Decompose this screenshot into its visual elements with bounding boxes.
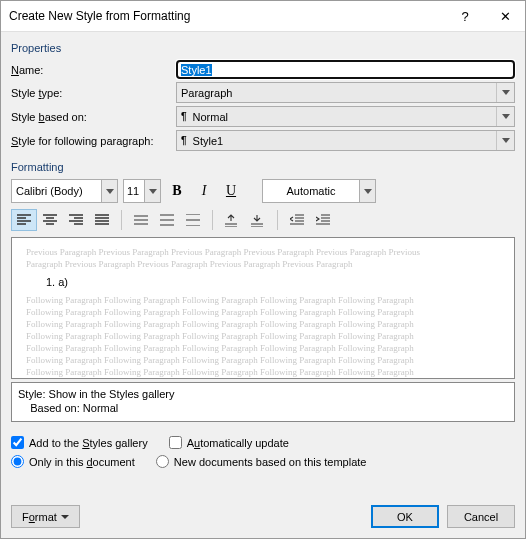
preview-foll-text: Following Paragraph Following Paragraph … — [26, 330, 500, 342]
font-select[interactable]: Calibri (Body) — [11, 179, 118, 203]
only-this-doc-input[interactable] — [11, 455, 24, 468]
description-line: Based on: Normal — [18, 401, 508, 415]
following-text: Style1 — [193, 135, 224, 147]
new-docs-input[interactable] — [156, 455, 169, 468]
titlebar: Create New Style from Formatting ? ✕ — [1, 1, 525, 32]
preview-foll-text: Following Paragraph Following Paragraph … — [26, 318, 500, 330]
close-button[interactable]: ✕ — [485, 1, 525, 31]
line-spacing-icon — [134, 214, 148, 226]
font-size-select[interactable]: 11 — [123, 179, 161, 203]
spacing-2-button[interactable] — [180, 209, 206, 231]
align-justify-icon — [95, 214, 109, 226]
chevron-down-icon — [359, 180, 375, 202]
font-value: Calibri (Body) — [12, 185, 101, 197]
bold-button[interactable]: B — [166, 180, 188, 202]
chevron-down-icon — [144, 180, 160, 202]
chevron-down-icon — [496, 83, 514, 102]
separator — [212, 210, 213, 230]
spacing-1-button[interactable] — [128, 209, 154, 231]
label-name: Name: — [11, 64, 176, 76]
label-style-type: Style type: — [11, 87, 176, 99]
based-on-text: Normal — [193, 111, 228, 123]
style-type-value: Paragraph — [177, 87, 496, 99]
auto-update-input[interactable] — [169, 436, 182, 449]
preview-sample-text: 1. a) — [26, 276, 500, 288]
label-following: Style for following paragraph: — [11, 135, 176, 147]
space-before-inc-button[interactable] — [219, 209, 245, 231]
align-right-button[interactable] — [63, 209, 89, 231]
paragraph-toolbar — [11, 209, 515, 231]
dialog-footer: Format OK Cancel — [1, 495, 525, 538]
underline-button[interactable]: U — [220, 180, 242, 202]
indent-increase-icon — [316, 214, 330, 226]
format-menu-button[interactable]: Format — [11, 505, 80, 528]
based-on-value: ¶Normal — [177, 111, 496, 123]
indent-increase-button[interactable] — [310, 209, 336, 231]
auto-update-checkbox[interactable]: Automatically update — [169, 436, 289, 449]
line-spacing-icon — [186, 214, 200, 226]
font-color-value: Automatic — [263, 185, 359, 197]
preview-foll-text: Following Paragraph Following Paragraph … — [26, 294, 500, 306]
align-left-button[interactable] — [11, 209, 37, 231]
add-to-gallery-checkbox[interactable]: Add to the Styles gallery — [11, 436, 148, 449]
arrow-up-lines-icon — [225, 214, 239, 227]
line-spacing-icon — [160, 214, 174, 226]
chevron-down-icon — [496, 107, 514, 126]
help-button[interactable]: ? — [445, 1, 485, 31]
based-on-select[interactable]: ¶Normal — [176, 106, 515, 127]
dialog-create-style: Create New Style from Formatting ? ✕ Pro… — [0, 0, 526, 539]
arrow-down-lines-icon — [251, 214, 265, 227]
label-based-on: Style based on: — [11, 111, 176, 123]
following-value: ¶Style1 — [177, 135, 496, 147]
preview-foll-text: Following Paragraph Following Paragraph … — [26, 366, 500, 378]
section-formatting: Formatting — [11, 161, 515, 173]
name-input[interactable] — [176, 60, 515, 79]
only-this-doc-radio[interactable]: Only in this document — [11, 455, 135, 468]
preview-foll-text: Following Paragraph Following Paragraph … — [26, 342, 500, 354]
preview-foll-text: Following Paragraph Following Paragraph … — [26, 306, 500, 318]
align-center-button[interactable] — [37, 209, 63, 231]
following-select[interactable]: ¶Style1 — [176, 130, 515, 151]
align-left-icon — [17, 214, 31, 226]
preview-prev-text: Paragraph Previous Paragraph Previous Pa… — [26, 258, 500, 270]
style-description: Style: Show in the Styles gallery Based … — [11, 382, 515, 422]
paragraph-icon: ¶ — [181, 135, 187, 146]
style-type-select[interactable]: Paragraph — [176, 82, 515, 103]
description-line: Style: Show in the Styles gallery — [18, 387, 508, 401]
chevron-down-icon — [101, 180, 117, 202]
chevron-down-icon — [496, 131, 514, 150]
align-right-icon — [69, 214, 83, 226]
align-justify-button[interactable] — [89, 209, 115, 231]
cancel-button[interactable]: Cancel — [447, 505, 515, 528]
triangle-down-icon — [61, 515, 69, 519]
add-to-gallery-input[interactable] — [11, 436, 24, 449]
indent-decrease-icon — [290, 214, 304, 226]
separator — [277, 210, 278, 230]
preview-prev-text: Previous Paragraph Previous Paragraph Pr… — [26, 246, 500, 258]
font-color-select[interactable]: Automatic — [262, 179, 376, 203]
dialog-title: Create New Style from Formatting — [9, 9, 445, 23]
new-docs-radio[interactable]: New documents based on this template — [156, 455, 367, 468]
style-preview: Previous Paragraph Previous Paragraph Pr… — [11, 237, 515, 379]
spacing-15-button[interactable] — [154, 209, 180, 231]
italic-button[interactable]: I — [193, 180, 215, 202]
indent-decrease-button[interactable] — [284, 209, 310, 231]
space-before-dec-button[interactable] — [245, 209, 271, 231]
preview-foll-text: Following Paragraph Following Paragraph … — [26, 354, 500, 366]
section-properties: Properties — [11, 42, 515, 54]
font-size-value: 11 — [124, 185, 144, 197]
new-docs-label: New documents based on this template — [174, 456, 367, 468]
separator — [121, 210, 122, 230]
align-center-icon — [43, 214, 57, 226]
ok-button[interactable]: OK — [371, 505, 439, 528]
paragraph-icon: ¶ — [181, 111, 187, 122]
